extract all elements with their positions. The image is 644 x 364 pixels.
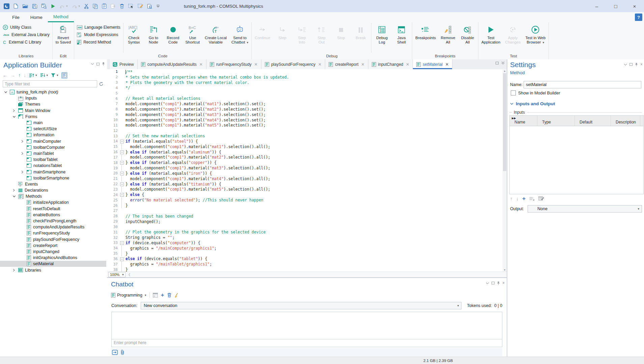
duplicate-button[interactable] xyxy=(110,3,117,10)
step-button[interactable]: Step xyxy=(273,23,292,53)
prompt-input[interactable] xyxy=(112,340,502,345)
help-button[interactable]: ? xyxy=(635,13,642,21)
add-row-button[interactable]: + xyxy=(522,196,526,201)
attach-button[interactable] xyxy=(121,349,124,355)
send-to-chatbot-button[interactable]: Send to Chatbot ▾ xyxy=(229,23,251,53)
copy-button[interactable] xyxy=(92,3,99,10)
preview-doc-button[interactable] xyxy=(146,3,153,10)
chevron-right-icon[interactable] xyxy=(21,152,27,155)
row-up-button[interactable]: ↑ xyxy=(510,196,512,201)
tree-item-inputs[interactable]: Inputs xyxy=(0,95,106,101)
chevron-down-icon[interactable] xyxy=(624,63,627,66)
new-file-button[interactable] xyxy=(12,2,19,10)
column-type[interactable]: Type xyxy=(537,116,575,126)
break-button[interactable]: Break xyxy=(351,23,370,53)
test-in-web-browser-button[interactable]: Test in Web Browser ▾ xyxy=(523,23,548,53)
chat-message-area[interactable] xyxy=(111,312,502,339)
tab-preview[interactable]: Preview xyxy=(109,59,138,69)
java-shell-button[interactable]: Java Shell xyxy=(392,23,411,53)
edit-table-button[interactable] xyxy=(538,196,544,201)
menu-home[interactable]: Home xyxy=(25,12,48,22)
send-button[interactable] xyxy=(112,350,118,355)
column-name[interactable]: ▶▶Name xyxy=(510,116,537,126)
use-shortcut-button[interactable]: B+CUse Shortcut xyxy=(183,23,202,53)
utility-class-button[interactable]: Utility Class xyxy=(3,24,50,30)
float-icon[interactable] xyxy=(496,61,499,64)
save-button[interactable] xyxy=(31,3,38,10)
chevron-right-icon[interactable] xyxy=(12,189,18,192)
external-c-library-button[interactable]: CExternal C Library xyxy=(3,39,50,45)
chat-window-button[interactable] xyxy=(153,293,158,298)
redo-button[interactable]: ▾ xyxy=(71,3,81,9)
fold-toggle[interactable]: − xyxy=(120,181,124,187)
clean-conversation-button[interactable] xyxy=(174,293,178,298)
menu-method[interactable]: Method xyxy=(48,12,74,22)
hscroll-left-icon[interactable]: ❮ xyxy=(128,273,131,276)
debug-log-button[interactable]: Debug Log xyxy=(372,23,392,53)
tree-item-information[interactable]: information xyxy=(0,132,106,138)
tab-playsoundforfrequency[interactable]: playSoundForFrequency✕ xyxy=(261,59,325,69)
double-chevron-icon[interactable] xyxy=(501,61,505,64)
close-button[interactable]: × xyxy=(625,0,644,12)
tree-item-selectuisize[interactable]: selectUISize xyxy=(0,126,106,132)
float-icon[interactable] xyxy=(492,282,495,284)
check-syntax-button[interactable]: [ABC]Check Syntax xyxy=(124,23,144,53)
comsol-logo-button[interactable] xyxy=(3,2,10,10)
fold-toggle[interactable]: − xyxy=(120,240,124,246)
chevron-right-icon[interactable] xyxy=(12,109,18,112)
tree-item-initializeapplication[interactable]: initializeApplication xyxy=(0,199,106,205)
chevron-down-icon[interactable] xyxy=(12,115,18,118)
go-forward-button[interactable]: → xyxy=(10,73,15,78)
tab-setmaterial[interactable]: setMaterial✕ xyxy=(413,59,452,69)
tree-item-notationstablet[interactable]: notationsTablet xyxy=(0,163,106,169)
filter-input[interactable] xyxy=(3,80,97,87)
column-unit[interactable]: Unit xyxy=(640,116,644,126)
tree-item-computeandupdateresults[interactable]: computeAndUpdateResults xyxy=(0,224,106,230)
close-tab-icon[interactable]: ✕ xyxy=(318,62,321,67)
external-java-library-button[interactable]: JavaExternal Java Library xyxy=(3,32,50,38)
tree-item-resettodefault[interactable]: resetToDefault xyxy=(0,206,106,212)
continue-button[interactable]: Continue xyxy=(252,23,273,53)
fold-toggle[interactable]: − xyxy=(120,149,124,155)
close-tab-icon[interactable]: ✕ xyxy=(254,62,258,67)
tab-inputchanged[interactable]: inputChanged✕ xyxy=(368,59,413,69)
tree-item-declarations[interactable]: Declarations xyxy=(0,187,106,193)
stop-button[interactable]: Stop xyxy=(331,23,351,53)
tree-item-themes[interactable]: Themes xyxy=(0,101,106,107)
tree-item-libraries[interactable]: Libraries xyxy=(0,267,106,273)
float-icon[interactable] xyxy=(96,63,100,65)
go-back-button[interactable]: ← xyxy=(3,73,7,78)
cut-button[interactable] xyxy=(83,3,90,10)
select-frame-button[interactable] xyxy=(127,3,135,10)
move-up-button[interactable]: ↑ xyxy=(18,73,21,78)
column-description[interactable]: Description xyxy=(611,116,640,126)
test-application-button[interactable]: Test Application xyxy=(479,23,503,53)
step-into-button[interactable]: Step Into xyxy=(292,23,312,53)
apply-changes-button[interactable]: Apply Changes xyxy=(503,23,523,53)
close-tab-icon[interactable]: ✕ xyxy=(361,62,365,67)
minimize-button[interactable]: – xyxy=(587,0,606,12)
toggle-preview-button[interactable] xyxy=(61,72,67,79)
tree-item-maintablet[interactable]: mainTablet xyxy=(0,150,106,157)
vertical-scrollbar[interactable]: ▲ ▼ xyxy=(503,69,507,272)
show-in-model-builder-checkbox[interactable] xyxy=(511,90,516,95)
remove-all-button[interactable]: Remove All xyxy=(438,23,458,53)
chevron-down-icon[interactable] xyxy=(4,91,10,93)
tree-item-main-window[interactable]: Main Window xyxy=(0,108,106,114)
qat-chevron-button[interactable] xyxy=(155,4,161,9)
fold-toggle[interactable]: − xyxy=(120,160,124,165)
open-folder-button[interactable] xyxy=(21,3,29,9)
tree-item-maincomputer[interactable]: mainComputer xyxy=(0,138,106,144)
breakpoints-button[interactable]: Breakpoints xyxy=(413,23,438,53)
tree-item-initgraphicsandbuttons[interactable]: initGraphicsAndButtons xyxy=(0,255,106,261)
zoom-select[interactable]: 100% ▾ xyxy=(108,272,125,277)
tree-item-events[interactable]: Events xyxy=(0,181,106,187)
scrollbar-thumb[interactable] xyxy=(503,73,506,171)
chevron-right-icon[interactable] xyxy=(21,140,27,143)
chevron-right-icon[interactable] xyxy=(12,269,18,272)
inputs-and-output-section[interactable]: Inputs and Output xyxy=(510,101,555,106)
tree-item-main[interactable]: main xyxy=(0,120,106,126)
menu-file[interactable]: File xyxy=(7,12,25,22)
output-select[interactable]: None ▾ xyxy=(528,205,642,213)
fold-toggle[interactable]: − xyxy=(120,192,124,197)
